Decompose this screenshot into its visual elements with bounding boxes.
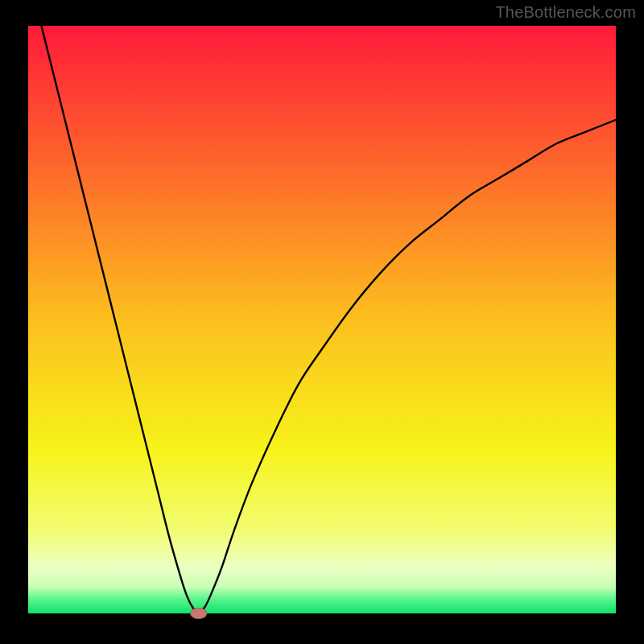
chart-svg [0,0,644,644]
minimum-marker [190,608,206,618]
gradient-panel [28,26,616,613]
watermark-text: TheBottleneck.com [495,3,636,22]
chart-frame: TheBottleneck.com [0,0,644,644]
